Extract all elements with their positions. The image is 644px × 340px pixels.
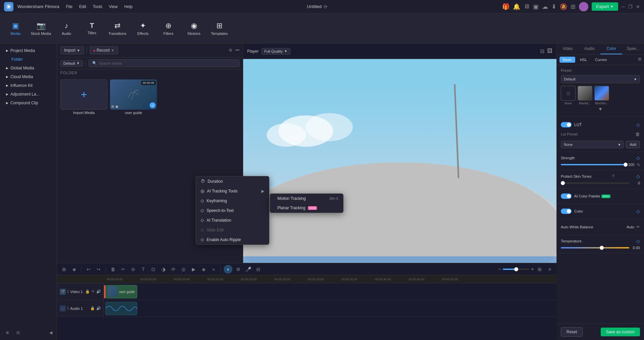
menu-help[interactable]: Help bbox=[124, 4, 133, 9]
remove-button[interactable]: ⊟ bbox=[13, 328, 23, 337]
tl-speed-button[interactable]: ⟳ bbox=[169, 265, 178, 274]
gift-icon[interactable]: 🎁 bbox=[502, 3, 509, 10]
menu-view[interactable]: View bbox=[109, 4, 118, 9]
minimize-button[interactable]: ─ bbox=[622, 4, 625, 9]
menu-tools[interactable]: Tools bbox=[93, 4, 102, 9]
sidebar-collapse-button[interactable]: ◀ bbox=[47, 329, 54, 336]
audio-track-volume-icon[interactable]: 🔊 bbox=[96, 306, 101, 310]
tl-mic-button[interactable]: 🎤 bbox=[244, 265, 253, 274]
download-icon[interactable]: ⬇ bbox=[551, 3, 556, 10]
sidebar-item-compound-clip[interactable]: ▶ Compound Clip bbox=[3, 99, 53, 107]
color-tab-curves[interactable]: Curves bbox=[592, 57, 610, 63]
fullscreen-icon[interactable]: 🖼 bbox=[547, 48, 552, 54]
sidebar-item-folder[interactable]: Folder bbox=[3, 55, 53, 64]
layout-icon[interactable]: ▣ bbox=[533, 3, 539, 10]
preset-item-blockbu[interactable]: Blockbu... bbox=[594, 86, 609, 105]
toolbar-item-titles[interactable]: T Titles bbox=[80, 15, 104, 42]
menu-edit[interactable]: Edit bbox=[79, 4, 86, 9]
tl-delete-button[interactable]: 🗑 bbox=[109, 265, 117, 274]
tab-video[interactable]: Video bbox=[557, 44, 579, 54]
tl-more-button[interactable]: » bbox=[209, 265, 218, 274]
reset-button[interactable]: Reset bbox=[561, 327, 583, 337]
export-dropdown-arrow[interactable]: ▼ bbox=[610, 5, 613, 8]
context-item-keyframing[interactable]: ◇ Keyframing bbox=[196, 196, 269, 206]
color-tab-hsl[interactable]: HSL bbox=[577, 57, 590, 63]
lut-trash-icon[interactable]: 🗑 bbox=[635, 131, 640, 137]
track-volume-icon[interactable]: 🔊 bbox=[96, 289, 101, 294]
track-eye-icon[interactable]: 👁 bbox=[91, 289, 95, 294]
context-item-duration[interactable]: ⏱ Duration bbox=[196, 176, 269, 186]
tl-layers-button[interactable]: ⊟ bbox=[254, 265, 263, 274]
preset-item-none[interactable]: ⊘ None bbox=[561, 86, 576, 105]
skin-tones-slider[interactable] bbox=[561, 182, 629, 184]
preset-more-icon[interactable]: ▼ bbox=[598, 106, 603, 112]
quality-select[interactable]: Full Quality ▼ bbox=[261, 48, 290, 55]
tab-color[interactable]: Color bbox=[600, 44, 622, 54]
context-item-ai-tracking[interactable]: ◎ AI Tracking Tools ▶ Motion Tracking Al… bbox=[196, 186, 269, 196]
context-item-speech-to-text[interactable]: ◇ Speech-to-Text bbox=[196, 206, 269, 215]
media-item-user-guide[interactable]: 00:00:05 ⊞ ◉ ✓ user guide bbox=[110, 79, 157, 115]
cloud-icon[interactable]: ☁ bbox=[542, 3, 548, 10]
tl-cut-button[interactable]: ✂ bbox=[119, 265, 127, 274]
context-item-enable-auto-ripple[interactable]: ◇ Enable Auto Ripple bbox=[196, 235, 269, 244]
tl-snap-button[interactable]: ● bbox=[224, 265, 232, 274]
submenu-item-motion-tracking[interactable]: Motion Tracking Alt+X bbox=[270, 194, 343, 203]
user-avatar[interactable] bbox=[579, 2, 588, 11]
tl-grid-button[interactable]: ⊞ bbox=[535, 265, 544, 274]
context-item-ai-translation[interactable]: ◇ AI Translation bbox=[196, 215, 269, 225]
zoom-minus-icon[interactable]: − bbox=[498, 266, 501, 272]
tab-speed[interactable]: Spee... bbox=[622, 44, 644, 54]
lut-add-button[interactable]: Add bbox=[626, 141, 640, 148]
sidebar-item-influence-kit[interactable]: ▶ Influence Kit bbox=[3, 81, 53, 90]
lut-toggle[interactable] bbox=[561, 122, 572, 127]
preset-item-bw[interactable]: Black&... bbox=[578, 86, 592, 105]
search-input[interactable]: 🔍 Search media bbox=[89, 59, 239, 67]
tl-undo-button[interactable]: ↩ bbox=[84, 265, 93, 274]
notification-icon[interactable]: 🔔 bbox=[513, 3, 520, 10]
menu-file[interactable]: File bbox=[66, 4, 72, 9]
grid-icon[interactable]: ⊞ bbox=[571, 3, 576, 10]
ai-color-toggle[interactable] bbox=[561, 193, 572, 199]
toolbar-item-effects[interactable]: ✦ Effects bbox=[131, 15, 155, 42]
import-button[interactable]: Import ▼ bbox=[60, 46, 84, 54]
filter-icon[interactable]: ⚙ bbox=[229, 48, 232, 53]
toolbar-item-media[interactable]: ▣ Media bbox=[3, 15, 28, 42]
close-button[interactable]: ✕ bbox=[636, 4, 640, 9]
lut-preset-select[interactable]: None ▼ bbox=[561, 141, 624, 148]
audio-clip[interactable] bbox=[105, 302, 137, 315]
sidebar-item-adjustment-la[interactable]: ▶ Adjustment La... bbox=[3, 90, 53, 99]
zoom-plus-icon[interactable]: + bbox=[531, 266, 534, 272]
zoom-slider[interactable] bbox=[503, 269, 530, 270]
more-icon[interactable]: ••• bbox=[235, 48, 239, 53]
tl-crop-button[interactable]: ⊡ bbox=[149, 265, 158, 274]
maximize-button[interactable]: ❐ bbox=[628, 4, 633, 9]
save-custom-button[interactable]: Save as custom bbox=[601, 328, 640, 336]
sidebar-item-cloud-media[interactable]: ▶ Cloud Media bbox=[3, 72, 53, 81]
temperature-slider[interactable] bbox=[561, 247, 629, 248]
tl-text-button[interactable]: T bbox=[139, 265, 148, 274]
tl-split-button[interactable]: ⊘ bbox=[129, 265, 138, 274]
add-folder-button[interactable]: ⊕ bbox=[3, 328, 12, 337]
tl-menu-button[interactable]: ≡ bbox=[545, 265, 554, 274]
tl-add-track-button[interactable]: ⊞ bbox=[60, 265, 68, 274]
toolbar-item-transitions[interactable]: ⇄ Transitions bbox=[105, 15, 129, 42]
toolbar-item-templates[interactable]: ⊞ Templates bbox=[207, 15, 231, 42]
strength-slider[interactable] bbox=[561, 164, 624, 165]
import-media-item[interactable]: + Import Media bbox=[60, 79, 107, 115]
sidebar-item-project-media[interactable]: ▶ Project Media bbox=[3, 46, 53, 55]
submenu-item-planar-tracking[interactable]: Planar Tracking NEW bbox=[270, 203, 343, 213]
split-view-icon[interactable]: ⊟ bbox=[540, 48, 544, 54]
toolbar-item-filters[interactable]: ⊕ Filters bbox=[156, 15, 180, 42]
toolbar-item-audio[interactable]: ♪ Audio bbox=[54, 15, 78, 42]
color-tab-basic[interactable]: Basic bbox=[559, 57, 575, 63]
color-tab-expand[interactable]: ⊞ bbox=[638, 57, 641, 63]
bell-icon[interactable]: 🔕 bbox=[560, 3, 567, 10]
audio-track-lock-icon[interactable]: 🔒 bbox=[90, 306, 95, 310]
toolbar-item-stickers[interactable]: ◉ Stickers bbox=[182, 15, 206, 42]
tab-audio[interactable]: Audio bbox=[579, 44, 600, 54]
tl-stabilize-button[interactable]: ◎ bbox=[179, 265, 188, 274]
filter-select[interactable]: Default ▼ bbox=[60, 60, 83, 67]
export-button[interactable]: Export ▼ bbox=[592, 2, 618, 11]
video-clip-user-guide[interactable]: user guide bbox=[105, 285, 137, 298]
tl-auto-button[interactable]: ▶ bbox=[189, 265, 198, 274]
